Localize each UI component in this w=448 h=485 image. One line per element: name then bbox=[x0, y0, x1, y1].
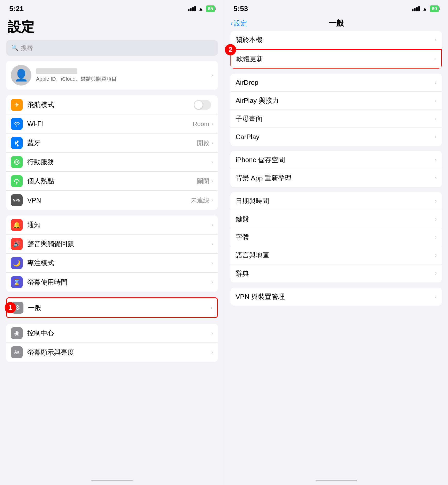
background-app-label: 背景 App 重新整理 bbox=[236, 174, 435, 183]
airplay-chevron: › bbox=[435, 97, 437, 104]
general-highlight-box: ⚙ 一般 › bbox=[6, 297, 218, 318]
right-section1: 關於本機 › 軟體更新 › bbox=[230, 31, 442, 69]
mobile-row[interactable]: 行動服務 › bbox=[6, 153, 218, 172]
sound-chevron: › bbox=[211, 241, 213, 247]
focus-icon: 🌙 bbox=[11, 257, 23, 269]
sound-row[interactable]: 🔊 聲音與觸覺回饋 › bbox=[6, 235, 218, 254]
dictionary-row[interactable]: 辭典 › bbox=[230, 264, 442, 282]
airplane-icon: ✈ bbox=[11, 99, 23, 111]
screentime-icon: ⌛ bbox=[11, 276, 23, 288]
pip-chevron: › bbox=[435, 115, 437, 122]
font-row[interactable]: 字體 › bbox=[230, 228, 442, 246]
nav-title: 一般 bbox=[329, 18, 344, 29]
airdrop-row[interactable]: AirDrop › bbox=[230, 74, 442, 92]
software-update-label: 軟體更新 bbox=[236, 54, 434, 63]
left-home-indicator bbox=[91, 480, 133, 481]
notification-label: 通知 bbox=[27, 220, 211, 229]
sound-label: 聲音與觸覺回饋 bbox=[27, 239, 211, 248]
keyboard-row[interactable]: 鍵盤 › bbox=[230, 210, 442, 228]
datetime-row[interactable]: 日期與時間 › bbox=[230, 192, 442, 210]
font-label: 字體 bbox=[236, 233, 435, 242]
dictionary-label: 辭典 bbox=[236, 269, 435, 278]
search-placeholder: 搜尋 bbox=[21, 44, 33, 52]
back-button[interactable]: ‹ 設定 bbox=[230, 19, 247, 28]
screentime-chevron: › bbox=[211, 279, 213, 286]
airplane-toggle[interactable] bbox=[194, 100, 211, 110]
screentime-row[interactable]: ⌛ 螢幕使用時間 › bbox=[6, 273, 218, 292]
step1-badge: 1 bbox=[5, 302, 16, 313]
focus-row[interactable]: 🌙 專注模式 › bbox=[6, 254, 218, 273]
profile-row[interactable]: 👤 Apple ID、iCloud、媒體與購買項目 › bbox=[6, 61, 218, 90]
airdrop-section: AirDrop › AirPlay 與接力 › 子母畫面 › CarPlay › bbox=[230, 74, 442, 146]
vpn-chevron: › bbox=[211, 197, 213, 204]
datetime-chevron: › bbox=[435, 198, 437, 205]
datetime-section: 日期與時間 › 鍵盤 › 字體 › 語言與地區 › 辭典 › bbox=[230, 192, 442, 282]
software-update-chevron: › bbox=[434, 55, 436, 62]
language-label: 語言與地區 bbox=[236, 251, 435, 260]
airplane-label: 飛航模式 bbox=[27, 100, 194, 109]
nav-bar: ‹ 設定 一般 bbox=[224, 15, 448, 31]
airplay-row[interactable]: AirPlay 與接力 › bbox=[230, 92, 442, 110]
wifi-label: Wi-Fi bbox=[27, 120, 193, 128]
airplane-row[interactable]: ✈ 飛航模式 bbox=[6, 95, 218, 114]
language-row[interactable]: 語言與地區 › bbox=[230, 246, 442, 264]
profile-chevron: › bbox=[211, 72, 213, 79]
display-chevron: › bbox=[211, 349, 213, 356]
hotspot-label: 個人熱點 bbox=[27, 177, 197, 186]
wifi-chevron: › bbox=[211, 121, 213, 127]
profile-section: 👤 Apple ID、iCloud、媒體與購買項目 › bbox=[6, 61, 218, 90]
about-row[interactable]: 關於本機 › bbox=[230, 31, 442, 49]
hotspot-row[interactable]: 個人熱點 關閉 › bbox=[6, 172, 218, 191]
right-status-bar: 5:53 ▲ 60 bbox=[224, 0, 448, 15]
pip-label: 子母畫面 bbox=[236, 114, 435, 123]
back-chevron-icon: ‹ bbox=[230, 19, 233, 27]
background-app-row[interactable]: 背景 App 重新整理 › bbox=[230, 169, 442, 187]
general-section-wrapper: 1 ⚙ 一般 › bbox=[6, 297, 218, 318]
datetime-label: 日期與時間 bbox=[236, 197, 435, 206]
wifi-value: Room bbox=[193, 120, 209, 128]
dictionary-chevron: › bbox=[435, 270, 437, 277]
control-center-icon: ◉ bbox=[11, 327, 23, 339]
font-chevron: › bbox=[435, 234, 437, 241]
display-row[interactable]: Aa 螢幕顯示與亮度 › bbox=[6, 343, 218, 362]
search-bar[interactable]: 🔍 搜尋 bbox=[6, 40, 218, 56]
wifi-row[interactable]: Wi-Fi Room › bbox=[6, 114, 218, 133]
left-time: 5:21 bbox=[9, 5, 24, 13]
airplay-label: AirPlay 與接力 bbox=[236, 96, 435, 105]
display-label: 螢幕顯示與亮度 bbox=[27, 348, 211, 357]
right-wifi-icon: ▲ bbox=[422, 6, 427, 12]
bluetooth-icon bbox=[11, 137, 23, 149]
mobile-icon bbox=[11, 156, 23, 168]
svg-point-1 bbox=[16, 161, 18, 163]
control-center-row[interactable]: ◉ 控制中心 › bbox=[6, 324, 218, 343]
vpn-section: VPN 與裝置管理 › bbox=[230, 288, 442, 306]
software-update-highlight: 軟體更新 › bbox=[230, 49, 442, 69]
search-icon: 🔍 bbox=[11, 45, 18, 51]
right-signal-icon bbox=[412, 6, 420, 11]
general-row[interactable]: ⚙ 一般 › bbox=[7, 298, 217, 317]
control-section: ◉ 控制中心 › Aa 螢幕顯示與亮度 › bbox=[6, 324, 218, 362]
avatar: 👤 bbox=[11, 65, 31, 86]
connectivity-section: ✈ 飛航模式 Wi-Fi Room › 藍牙 bbox=[6, 95, 218, 210]
vpn-device-label: VPN 與裝置管理 bbox=[236, 292, 435, 301]
about-chevron: › bbox=[435, 37, 437, 43]
vpn-device-row[interactable]: VPN 與裝置管理 › bbox=[230, 288, 442, 306]
language-chevron: › bbox=[435, 252, 437, 259]
carplay-row[interactable]: CarPlay › bbox=[230, 128, 442, 146]
right-time: 5:53 bbox=[234, 5, 248, 13]
vpn-row[interactable]: VPN VPN 未連線 › bbox=[6, 191, 218, 210]
airdrop-label: AirDrop bbox=[236, 79, 435, 87]
notification-row[interactable]: 🔔 通知 › bbox=[6, 215, 218, 235]
airdrop-chevron: › bbox=[435, 79, 437, 86]
profile-info: Apple ID、iCloud、媒體與購買項目 bbox=[36, 68, 211, 82]
right-home-indicator bbox=[316, 480, 357, 481]
carplay-chevron: › bbox=[435, 133, 437, 140]
storage-row[interactable]: iPhone 儲存空間 › bbox=[230, 151, 442, 169]
pip-row[interactable]: 子母畫面 › bbox=[230, 110, 442, 128]
bluetooth-row[interactable]: 藍牙 開啟 › bbox=[6, 133, 218, 153]
svg-point-6 bbox=[16, 182, 18, 183]
vpn-value: 未連線 bbox=[191, 196, 209, 204]
storage-chevron: › bbox=[435, 157, 437, 163]
hotspot-chevron: › bbox=[211, 178, 213, 185]
software-update-row[interactable]: 軟體更新 › bbox=[231, 50, 441, 68]
